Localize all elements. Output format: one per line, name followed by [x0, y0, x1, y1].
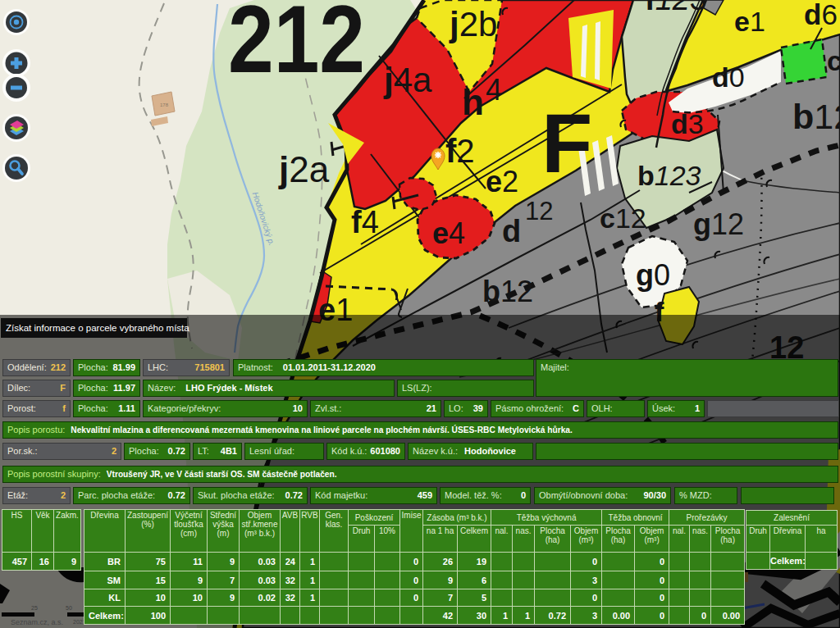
svg-text:g0: g0 — [636, 258, 670, 292]
svg-text:4: 4 — [486, 73, 502, 107]
svg-text:g12: g12 — [693, 207, 744, 241]
svg-text:j4a: j4a — [383, 61, 432, 99]
svg-text:f4: f4 — [351, 205, 379, 239]
svg-text:d0: d0 — [712, 61, 745, 93]
svg-text:b123: b123 — [637, 160, 701, 191]
svg-text:c: c — [827, 45, 840, 76]
svg-text:212: 212 — [228, 0, 365, 93]
svg-text:j2a: j2a — [278, 149, 330, 189]
svg-text:12: 12 — [525, 197, 553, 225]
svg-text:b12: b12 — [482, 275, 533, 308]
svg-text:e2: e2 — [486, 165, 518, 198]
svg-text:d6: d6 — [804, 0, 838, 30]
svg-text:c12: c12 — [600, 203, 646, 234]
svg-text:e4: e4 — [432, 216, 465, 250]
svg-text:178: 178 — [160, 102, 169, 107]
svg-text:f2: f2 — [445, 133, 475, 169]
svg-text:d3: d3 — [671, 108, 704, 139]
svg-text:d: d — [502, 214, 521, 248]
svg-text:f123: f123 — [645, 0, 707, 16]
svg-text:j2b: j2b — [449, 5, 497, 43]
svg-text:h: h — [462, 82, 484, 122]
svg-text:b12: b12 — [792, 97, 840, 136]
svg-text:F: F — [541, 97, 592, 190]
svg-text:e1: e1 — [734, 6, 765, 37]
